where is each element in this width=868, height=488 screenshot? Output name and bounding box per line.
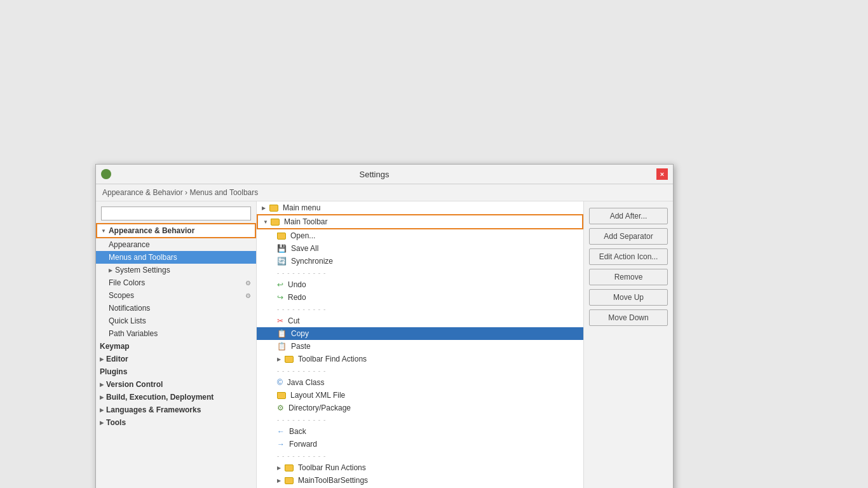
- tree-label-copy: Copy: [291, 329, 309, 338]
- tree-item-save-all[interactable]: 💾 Save All: [257, 242, 583, 255]
- icon-java-class: ©: [277, 378, 283, 387]
- tree-item-java-class[interactable]: © Java Class: [257, 376, 583, 389]
- tree-item-forward[interactable]: → Forward: [257, 438, 583, 451]
- sidebar-item-tools[interactable]: ▶ Tools: [96, 416, 256, 429]
- remove-button[interactable]: Remove: [589, 269, 668, 285]
- sidebar-item-keymap[interactable]: Keymap: [96, 340, 256, 353]
- main-panel: ▶ Main menu ▼ Main Toolbar Open...: [257, 201, 673, 488]
- search-input[interactable]: [101, 207, 251, 220]
- button-panel: Add After... Add Separator Edit Action I…: [584, 201, 673, 488]
- sidebar-label-system-settings: System Settings: [115, 266, 170, 274]
- separator-3: - - - - - - - - - -: [277, 367, 326, 374]
- tree-item-sep3: - - - - - - - - - -: [257, 365, 583, 376]
- move-down-button[interactable]: Move Down: [589, 309, 668, 326]
- sidebar-item-system-settings[interactable]: ▶ System Settings: [96, 264, 256, 276]
- sidebar-label-appearance: Appearance: [109, 240, 150, 249]
- icon-directory-package: ⚙: [277, 403, 284, 412]
- move-up-button[interactable]: Move Up: [589, 289, 668, 306]
- tree-label-java-class: Java Class: [287, 378, 325, 387]
- sidebar-label-path-variables: Path Variables: [109, 329, 158, 338]
- tree-item-redo[interactable]: ↪ Redo: [257, 291, 583, 304]
- sidebar-item-file-colors[interactable]: File Colors ⚙: [96, 276, 256, 289]
- sidebar-label-notifications: Notifications: [109, 304, 150, 313]
- sidebar-item-appearance-behavior[interactable]: ▼ Appearance & Behavior: [96, 223, 256, 238]
- sidebar-item-menus-toolbars[interactable]: Menus and Toolbars: [96, 251, 256, 264]
- expand-icon-build: ▶: [100, 395, 104, 400]
- tree-item-undo[interactable]: ↩ Undo: [257, 278, 583, 291]
- sidebar: ▼ Appearance & Behavior Appearance Menus…: [96, 201, 257, 488]
- tree-item-sep5: - - - - - - - - - -: [257, 451, 583, 461]
- dialog-title: Settings: [92, 170, 656, 179]
- tree-label-layout-xml: Layout XML File: [290, 391, 345, 400]
- tree-label-save-all: Save All: [291, 244, 318, 253]
- sidebar-item-notifications[interactable]: Notifications: [96, 302, 256, 315]
- icon-paste: 📋: [277, 342, 287, 351]
- sidebar-label-scopes: Scopes: [109, 291, 134, 300]
- tree-label-back: Back: [289, 427, 306, 436]
- chevron-main-toolbar: ▼: [263, 219, 268, 225]
- folder-icon-main-toolbar-settings: [285, 477, 294, 484]
- sidebar-item-build-execution[interactable]: ▶ Build, Execution, Deployment: [96, 391, 256, 403]
- sidebar-label-plugins: Plugins: [100, 367, 127, 376]
- tree-item-main-toolbar[interactable]: ▼ Main Toolbar: [257, 214, 583, 229]
- sidebar-label-version-control: Version Control: [106, 380, 163, 389]
- sidebar-item-languages[interactable]: ▶ Languages & Frameworks: [96, 403, 256, 416]
- sidebar-label-file-colors: File Colors: [109, 278, 145, 287]
- separator-2: - - - - - - - - - -: [277, 306, 326, 313]
- tree-item-sep1: - - - - - - - - - -: [257, 268, 583, 278]
- tree-label-main-toolbar-settings: MainToolBarSettings: [298, 476, 368, 485]
- tree-label-cut: Cut: [288, 316, 300, 325]
- expand-triangle: ▼: [101, 228, 106, 234]
- tree-item-copy[interactable]: 📋 Copy: [257, 327, 583, 340]
- desktop: Settings × Appearance & Behavior › Menus…: [0, 0, 868, 488]
- tree-item-open[interactable]: Open...: [257, 229, 583, 242]
- tree-label-open: Open...: [290, 231, 315, 240]
- chevron-toolbar-run: ▶: [277, 465, 282, 471]
- icon-save-all: 💾: [277, 244, 287, 253]
- tree-label-synchronize: Synchronize: [291, 257, 333, 266]
- icon-undo: ↩: [277, 280, 283, 289]
- separator-1: - - - - - - - - - -: [277, 269, 326, 276]
- sidebar-item-version-control[interactable]: ▶ Version Control: [96, 378, 256, 391]
- tree-item-main-toolbar-settings[interactable]: ▶ MainToolBarSettings: [257, 474, 583, 487]
- icon-synchronize: 🔄: [277, 257, 287, 266]
- tree-item-synchronize[interactable]: 🔄 Synchronize: [257, 255, 583, 268]
- tree-label-toolbar-find: Toolbar Find Actions: [298, 355, 367, 363]
- tree-item-toolbar-find[interactable]: ▶ Toolbar Find Actions: [257, 353, 583, 365]
- chevron-toolbar-find: ▶: [277, 356, 282, 362]
- icon-back: ←: [277, 427, 285, 436]
- chevron-main-toolbar-settings: ▶: [277, 478, 282, 484]
- sidebar-item-appearance[interactable]: Appearance: [96, 238, 256, 251]
- tree-label-main-toolbar: Main Toolbar: [284, 217, 327, 226]
- sidebar-label-quick-lists: Quick Lists: [109, 316, 146, 325]
- folder-icon-main-toolbar: [271, 219, 280, 226]
- tree-item-toolbar-run[interactable]: ▶ Toolbar Run Actions: [257, 461, 583, 474]
- add-after-button[interactable]: Add After...: [589, 208, 668, 224]
- tree-item-sep4: - - - - - - - - - -: [257, 414, 583, 425]
- sidebar-item-plugins[interactable]: Plugins: [96, 365, 256, 378]
- tree-item-back[interactable]: ← Back: [257, 425, 583, 438]
- tree-panel[interactable]: ▶ Main menu ▼ Main Toolbar Open...: [257, 201, 584, 488]
- tree-label-paste: Paste: [291, 342, 311, 351]
- sidebar-item-path-variables[interactable]: Path Variables: [96, 327, 256, 340]
- sidebar-item-scopes[interactable]: Scopes ⚙: [96, 289, 256, 302]
- add-separator-button[interactable]: Add Separator: [589, 228, 668, 245]
- sidebar-label-languages: Languages & Frameworks: [106, 405, 201, 414]
- tree-item-layout-xml[interactable]: Layout XML File: [257, 389, 583, 402]
- tree-item-main-menu[interactable]: ▶ Main menu: [257, 201, 583, 214]
- icon-cut: ✂: [277, 316, 283, 325]
- tree-item-paste[interactable]: 📋 Paste: [257, 340, 583, 353]
- tree-item-cut[interactable]: ✂ Cut: [257, 315, 583, 327]
- sidebar-item-quick-lists[interactable]: Quick Lists: [96, 315, 256, 327]
- tree-item-directory-package[interactable]: ⚙ Directory/Package: [257, 402, 583, 414]
- sidebar-item-editor[interactable]: ▶ Editor: [96, 353, 256, 365]
- edit-action-icon-button[interactable]: Edit Action Icon...: [589, 248, 668, 265]
- tree-label-undo: Undo: [288, 280, 306, 289]
- tree-label-directory-package: Directory/Package: [288, 403, 351, 412]
- folder-icon-main-menu: [269, 205, 278, 212]
- content-area: ▼ Appearance & Behavior Appearance Menus…: [96, 201, 673, 488]
- sidebar-label-editor: Editor: [106, 355, 128, 363]
- close-button[interactable]: ×: [656, 168, 668, 180]
- icon-copy: 📋: [277, 329, 287, 338]
- folder-icon-toolbar-run: [285, 464, 294, 471]
